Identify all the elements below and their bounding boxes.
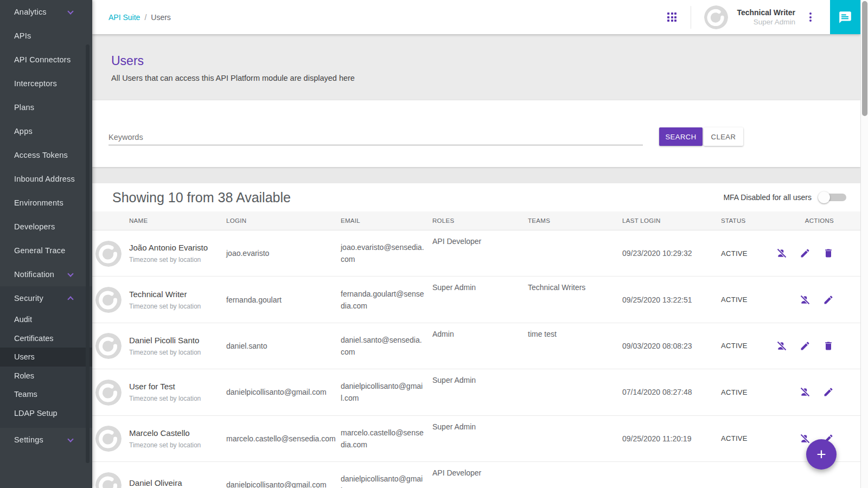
sidebar-item-apps[interactable]: Apps <box>0 119 92 143</box>
user-last-login: 09/23/2020 10:29:32 <box>622 230 692 276</box>
chevron-down-icon <box>67 436 73 442</box>
topbar-divider <box>691 6 691 29</box>
topbar-user-name: Technical Writer <box>737 8 795 17</box>
main-scrollbar[interactable] <box>860 0 868 488</box>
search-button[interactable]: SEARCH <box>659 127 703 146</box>
avatar <box>95 472 122 488</box>
pencil-icon <box>800 248 810 259</box>
clear-button[interactable]: CLEAR <box>704 127 743 146</box>
nav-item-label: Inbound Address <box>14 175 75 183</box>
users-list-panel: Showing 10 from 38 Available MFA Disable… <box>92 183 860 488</box>
nav-item-label: Teams <box>14 390 37 399</box>
edit-user-button[interactable] <box>823 387 834 397</box>
sidebar-item-api-connectors[interactable]: API Connectors <box>0 48 92 72</box>
person-off-icon <box>800 433 810 444</box>
user-last-login: 09/03/2020 08:08:23 <box>622 323 692 369</box>
trash-icon <box>823 248 834 259</box>
table-row[interactable]: Daniel Oliveira danielpicollisanto@gmail… <box>92 462 860 488</box>
deactivate-user-button[interactable] <box>800 294 810 305</box>
user-email: marcelo.castello@sensedia.com <box>341 416 424 461</box>
sidebar-item-analytics[interactable]: Analytics <box>0 0 92 24</box>
table-row[interactable]: João Antonio Evaristo Timezone set by lo… <box>92 230 860 277</box>
user-timezone: Timezone set by location <box>129 303 224 310</box>
table-header: NAME LOGIN EMAIL ROLES TEAMS LAST LOGIN … <box>92 211 860 230</box>
column-header-name: NAME <box>129 217 148 224</box>
topbar-user-role: Super Admin <box>737 17 795 27</box>
user-login: joao.evaristo <box>226 230 340 276</box>
user-timezone: Timezone set by location <box>129 441 224 449</box>
sidebar-item-teams[interactable]: Teams <box>0 385 92 404</box>
sidebar-scrollbar-thumb[interactable] <box>86 44 90 463</box>
deactivate-user-button[interactable] <box>776 248 787 259</box>
deactivate-user-button[interactable] <box>776 341 787 351</box>
main-scrollbar-thumb[interactable] <box>862 1 867 116</box>
deactivate-user-button[interactable] <box>800 387 810 397</box>
delete-user-button[interactable] <box>823 341 834 351</box>
deactivate-user-button[interactable] <box>800 433 810 444</box>
sidebar-item-ldap-setup[interactable]: LDAP Setup <box>0 404 92 423</box>
user-login: daniel.santo <box>226 323 340 369</box>
table-row[interactable]: Daniel Picolli Santo Timezone set by loc… <box>92 323 860 369</box>
sidebar-group-security: Security Audit Certificates Users Roles … <box>0 286 92 428</box>
apps-grid-button[interactable] <box>667 12 676 22</box>
column-header-teams: TEAMS <box>528 217 550 224</box>
user-teams: time test <box>528 330 617 338</box>
nav-item-label: Plans <box>14 103 34 112</box>
user-timezone: Timezone set by location <box>129 256 224 264</box>
sidebar-item-apis[interactable]: APIs <box>0 24 92 48</box>
topbar: API Suite / Users Technical Writer Super… <box>92 0 860 34</box>
avatar <box>95 426 122 452</box>
table-row[interactable]: User for Test Timezone set by location d… <box>92 369 860 415</box>
status-badge: ACTIVE <box>721 277 748 322</box>
sidebar-item-roles[interactable]: Roles <box>0 367 92 386</box>
sidebar-item-settings[interactable]: Settings <box>0 428 92 452</box>
nav-item-label: Apps <box>14 127 33 136</box>
nav-item-label: Audit <box>14 315 32 324</box>
user-name: Daniel Oliveira <box>129 478 224 487</box>
user-avatar[interactable] <box>704 5 728 29</box>
sidebar-item-inbound-address[interactable]: Inbound Address <box>0 167 92 191</box>
sidebar-item-general-trace[interactable]: General Trace <box>0 239 92 262</box>
sidebar-item-users[interactable]: Users <box>0 348 92 367</box>
edit-user-button[interactable] <box>823 294 834 305</box>
chat-icon <box>838 10 852 24</box>
person-off-icon <box>776 341 787 351</box>
sidebar-item-audit[interactable]: Audit <box>0 310 92 329</box>
status-badge: ACTIVE <box>721 416 748 461</box>
user-login: marcelo.castello@sensedia.com <box>226 416 340 461</box>
status-badge: ACTIVE <box>721 369 748 415</box>
mfa-toggle[interactable] <box>818 191 846 203</box>
user-email: daniel.santo@sensedia.com <box>341 323 424 369</box>
user-roles: API Developer <box>432 468 522 477</box>
add-user-fab[interactable]: + <box>806 439 837 470</box>
sidebar-item-security[interactable]: Security <box>0 286 92 310</box>
user-roles: API Developer <box>432 237 522 246</box>
user-login: danielpicollisanto@gmail.com <box>226 462 340 488</box>
breadcrumb-separator: / <box>144 13 146 22</box>
sidebar-item-certificates[interactable]: Certificates <box>0 329 92 348</box>
user-roles: Super Admin <box>432 376 522 384</box>
keywords-input[interactable] <box>108 129 643 145</box>
edit-user-button[interactable] <box>800 341 810 351</box>
delete-user-button[interactable] <box>823 248 834 259</box>
sidebar-item-access-tokens[interactable]: Access Tokens <box>0 143 92 167</box>
user-email: danielpicollisanto@gmail.com <box>341 369 424 415</box>
nav-item-label: Roles <box>14 371 34 380</box>
sidebar-item-interceptors[interactable]: Interceptors <box>0 72 92 95</box>
sidebar-item-plans[interactable]: Plans <box>0 95 92 119</box>
edit-user-button[interactable] <box>800 248 810 259</box>
pencil-icon <box>800 341 810 351</box>
row-actions <box>776 230 834 276</box>
pencil-icon <box>823 387 834 397</box>
breadcrumb-api-suite-link[interactable]: API Suite <box>108 13 140 22</box>
nav-item-label: Environments <box>14 198 63 207</box>
overflow-menu-button[interactable] <box>807 10 814 24</box>
sidebar-item-notification[interactable]: Notification <box>0 262 92 286</box>
sidebar-item-environments[interactable]: Environments <box>0 191 92 215</box>
sidebar-item-developers[interactable]: Developers <box>0 215 92 239</box>
table-row[interactable]: Technical Writer Timezone set by locatio… <box>92 277 860 323</box>
table-row[interactable]: Marcelo Castello Timezone set by locatio… <box>92 416 860 462</box>
chevron-down-icon <box>67 8 73 14</box>
chat-button[interactable] <box>830 0 860 34</box>
column-header-last-login: LAST LOGIN <box>622 217 661 224</box>
